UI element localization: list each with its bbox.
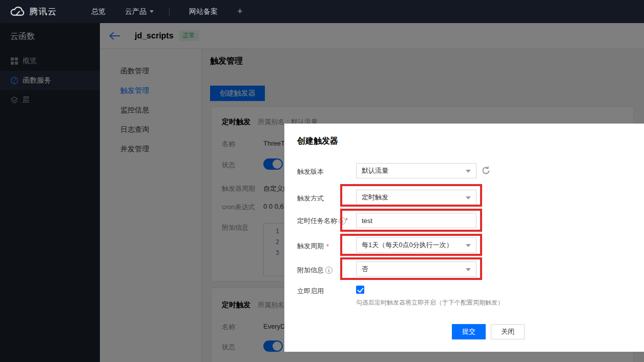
version-select-value: 默认流量 bbox=[362, 166, 388, 175]
period-select[interactable]: 每1天（每天0点0分执行一次） bbox=[356, 237, 476, 253]
task-name-input[interactable] bbox=[356, 213, 476, 228]
extra-label: 附加信息 bbox=[297, 266, 333, 275]
chevron-down-icon bbox=[466, 268, 471, 271]
add-tab-icon[interactable]: + bbox=[237, 6, 243, 17]
version-select[interactable]: 默认流量 bbox=[356, 163, 476, 178]
period-label: 触发周期 * bbox=[297, 242, 329, 251]
modal-title: 创建触发器 bbox=[297, 136, 338, 147]
version-label: 触发版本 bbox=[297, 167, 324, 176]
enable-label: 立即启用 bbox=[297, 287, 324, 296]
extra-label-text: 附加信息 bbox=[297, 266, 324, 275]
nav-cloud-products[interactable]: 云产品 bbox=[125, 7, 154, 16]
extra-select-value: 否 bbox=[362, 265, 368, 274]
task-name-label-text: 定时任务名称 bbox=[297, 216, 337, 226]
info-icon[interactable] bbox=[339, 217, 346, 225]
create-trigger-modal: 创建触发器 触发版本 默认流量 触发方式 定时触发 定时任务名称 * 触发周期 … bbox=[284, 124, 644, 352]
nav-cloud-products-label: 云产品 bbox=[125, 7, 147, 16]
method-label: 触发方式 bbox=[297, 194, 324, 203]
extra-info-select[interactable]: 否 bbox=[356, 262, 476, 277]
required-mark: * bbox=[345, 216, 348, 224]
required-mark: * bbox=[326, 243, 329, 250]
brand-name: 腾讯云 bbox=[29, 6, 57, 17]
enable-checkbox[interactable] bbox=[356, 286, 364, 294]
info-icon[interactable] bbox=[325, 267, 333, 274]
chevron-down-icon bbox=[150, 10, 154, 13]
enable-hint: 勾选后定时触发器将立即开启（于下个配置周期触发） bbox=[356, 298, 504, 307]
trigger-method-select[interactable]: 定时触发 bbox=[356, 190, 476, 205]
period-label-text: 触发周期 bbox=[297, 242, 324, 251]
task-name-label: 定时任务名称 bbox=[297, 216, 346, 226]
nav-icp-record[interactable]: 网站备案 bbox=[189, 7, 218, 16]
submit-button[interactable]: 提交 bbox=[452, 324, 486, 339]
topbar: 腾讯云 总览 云产品 网站备案 + bbox=[0, 0, 644, 23]
chevron-down-icon bbox=[466, 170, 471, 173]
period-select-value: 每1天（每天0点0分执行一次） bbox=[362, 240, 453, 250]
chevron-down-icon bbox=[466, 244, 471, 247]
method-select-value: 定时触发 bbox=[362, 193, 388, 202]
nav-divider bbox=[169, 8, 170, 16]
nav-overview[interactable]: 总览 bbox=[91, 7, 106, 16]
refresh-icon[interactable] bbox=[481, 166, 491, 177]
close-button[interactable]: 关闭 bbox=[491, 324, 525, 339]
tencent-cloud-icon bbox=[9, 6, 25, 17]
chevron-down-icon bbox=[466, 196, 471, 199]
brand-logo[interactable]: 腾讯云 bbox=[9, 6, 72, 17]
